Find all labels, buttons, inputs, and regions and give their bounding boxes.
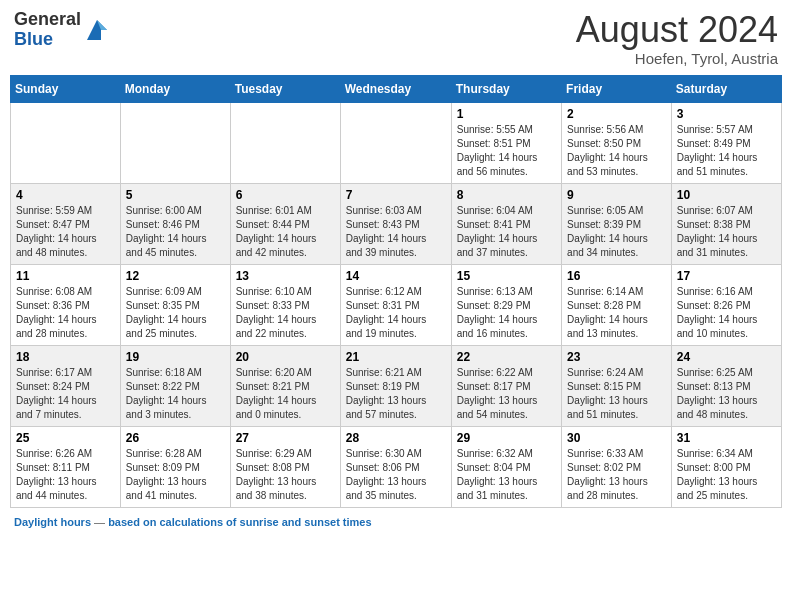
- day-info: Sunrise: 6:12 AMSunset: 8:31 PMDaylight:…: [346, 285, 446, 341]
- calendar-cell: 8Sunrise: 6:04 AMSunset: 8:41 PMDaylight…: [451, 183, 561, 264]
- calendar-cell: 1Sunrise: 5:55 AMSunset: 8:51 PMDaylight…: [451, 102, 561, 183]
- calendar-cell: 14Sunrise: 6:12 AMSunset: 8:31 PMDayligh…: [340, 264, 451, 345]
- day-info: Sunrise: 6:18 AMSunset: 8:22 PMDaylight:…: [126, 366, 225, 422]
- calendar-cell: [120, 102, 230, 183]
- calendar-cell: 20Sunrise: 6:20 AMSunset: 8:21 PMDayligh…: [230, 345, 340, 426]
- calendar-cell: 29Sunrise: 6:32 AMSunset: 8:04 PMDayligh…: [451, 426, 561, 507]
- day-number: 25: [16, 431, 115, 445]
- day-number: 3: [677, 107, 776, 121]
- day-info: Sunrise: 5:56 AMSunset: 8:50 PMDaylight:…: [567, 123, 666, 179]
- daylight-hours-label: Daylight hours: [14, 516, 91, 528]
- page-header: General Blue August 2024 Hoefen, Tyrol, …: [10, 10, 782, 67]
- calendar-cell: 31Sunrise: 6:34 AMSunset: 8:00 PMDayligh…: [671, 426, 781, 507]
- day-number: 17: [677, 269, 776, 283]
- calendar-cell: 12Sunrise: 6:09 AMSunset: 8:35 PMDayligh…: [120, 264, 230, 345]
- day-number: 30: [567, 431, 666, 445]
- day-info: Sunrise: 6:26 AMSunset: 8:11 PMDaylight:…: [16, 447, 115, 503]
- calendar-cell: 4Sunrise: 5:59 AMSunset: 8:47 PMDaylight…: [11, 183, 121, 264]
- day-info: Sunrise: 6:21 AMSunset: 8:19 PMDaylight:…: [346, 366, 446, 422]
- calendar-cell: 5Sunrise: 6:00 AMSunset: 8:46 PMDaylight…: [120, 183, 230, 264]
- weekday-header-friday: Friday: [562, 75, 672, 102]
- day-number: 24: [677, 350, 776, 364]
- day-number: 10: [677, 188, 776, 202]
- calendar-week-row: 4Sunrise: 5:59 AMSunset: 8:47 PMDaylight…: [11, 183, 782, 264]
- weekday-header-monday: Monday: [120, 75, 230, 102]
- day-info: Sunrise: 6:22 AMSunset: 8:17 PMDaylight:…: [457, 366, 556, 422]
- day-info: Sunrise: 6:32 AMSunset: 8:04 PMDaylight:…: [457, 447, 556, 503]
- day-number: 12: [126, 269, 225, 283]
- month-year-title: August 2024: [576, 10, 778, 50]
- day-number: 6: [236, 188, 335, 202]
- day-number: 23: [567, 350, 666, 364]
- calendar-week-row: 25Sunrise: 6:26 AMSunset: 8:11 PMDayligh…: [11, 426, 782, 507]
- footer-note: Daylight hours — based on calculations o…: [10, 516, 782, 528]
- calendar-cell: 2Sunrise: 5:56 AMSunset: 8:50 PMDaylight…: [562, 102, 672, 183]
- day-number: 29: [457, 431, 556, 445]
- calendar-cell: 25Sunrise: 6:26 AMSunset: 8:11 PMDayligh…: [11, 426, 121, 507]
- day-number: 1: [457, 107, 556, 121]
- day-number: 4: [16, 188, 115, 202]
- calendar-cell: 27Sunrise: 6:29 AMSunset: 8:08 PMDayligh…: [230, 426, 340, 507]
- calendar-cell: 9Sunrise: 6:05 AMSunset: 8:39 PMDaylight…: [562, 183, 672, 264]
- calendar-cell: 7Sunrise: 6:03 AMSunset: 8:43 PMDaylight…: [340, 183, 451, 264]
- calendar-cell: 17Sunrise: 6:16 AMSunset: 8:26 PMDayligh…: [671, 264, 781, 345]
- day-info: Sunrise: 6:07 AMSunset: 8:38 PMDaylight:…: [677, 204, 776, 260]
- day-info: Sunrise: 6:10 AMSunset: 8:33 PMDaylight:…: [236, 285, 335, 341]
- logo-blue-text: Blue: [14, 29, 53, 49]
- title-block: August 2024 Hoefen, Tyrol, Austria: [576, 10, 778, 67]
- day-number: 26: [126, 431, 225, 445]
- calendar-cell: 22Sunrise: 6:22 AMSunset: 8:17 PMDayligh…: [451, 345, 561, 426]
- day-info: Sunrise: 6:00 AMSunset: 8:46 PMDaylight:…: [126, 204, 225, 260]
- day-info: Sunrise: 6:28 AMSunset: 8:09 PMDaylight:…: [126, 447, 225, 503]
- day-info: Sunrise: 6:14 AMSunset: 8:28 PMDaylight:…: [567, 285, 666, 341]
- calendar-cell: 16Sunrise: 6:14 AMSunset: 8:28 PMDayligh…: [562, 264, 672, 345]
- day-info: Sunrise: 6:03 AMSunset: 8:43 PMDaylight:…: [346, 204, 446, 260]
- calendar-week-row: 11Sunrise: 6:08 AMSunset: 8:36 PMDayligh…: [11, 264, 782, 345]
- weekday-header-thursday: Thursday: [451, 75, 561, 102]
- logo-general-text: General: [14, 9, 81, 29]
- day-number: 9: [567, 188, 666, 202]
- day-info: Sunrise: 6:09 AMSunset: 8:35 PMDaylight:…: [126, 285, 225, 341]
- calendar-cell: 11Sunrise: 6:08 AMSunset: 8:36 PMDayligh…: [11, 264, 121, 345]
- day-info: Sunrise: 6:34 AMSunset: 8:00 PMDaylight:…: [677, 447, 776, 503]
- day-info: Sunrise: 6:30 AMSunset: 8:06 PMDaylight:…: [346, 447, 446, 503]
- logo: General Blue: [14, 10, 111, 50]
- weekday-header-saturday: Saturday: [671, 75, 781, 102]
- day-info: Sunrise: 6:08 AMSunset: 8:36 PMDaylight:…: [16, 285, 115, 341]
- day-info: Sunrise: 6:13 AMSunset: 8:29 PMDaylight:…: [457, 285, 556, 341]
- day-number: 27: [236, 431, 335, 445]
- location-subtitle: Hoefen, Tyrol, Austria: [576, 50, 778, 67]
- calendar-cell: 21Sunrise: 6:21 AMSunset: 8:19 PMDayligh…: [340, 345, 451, 426]
- weekday-header-wednesday: Wednesday: [340, 75, 451, 102]
- calendar-week-row: 1Sunrise: 5:55 AMSunset: 8:51 PMDaylight…: [11, 102, 782, 183]
- calendar-cell: [230, 102, 340, 183]
- logo-icon: [83, 16, 111, 44]
- calendar-cell: [340, 102, 451, 183]
- day-info: Sunrise: 6:17 AMSunset: 8:24 PMDaylight:…: [16, 366, 115, 422]
- calendar-cell: 18Sunrise: 6:17 AMSunset: 8:24 PMDayligh…: [11, 345, 121, 426]
- day-number: 28: [346, 431, 446, 445]
- calendar-cell: 3Sunrise: 5:57 AMSunset: 8:49 PMDaylight…: [671, 102, 781, 183]
- day-number: 21: [346, 350, 446, 364]
- day-info: Sunrise: 6:04 AMSunset: 8:41 PMDaylight:…: [457, 204, 556, 260]
- calendar-cell: 24Sunrise: 6:25 AMSunset: 8:13 PMDayligh…: [671, 345, 781, 426]
- day-number: 11: [16, 269, 115, 283]
- weekday-header-sunday: Sunday: [11, 75, 121, 102]
- calendar-table: SundayMondayTuesdayWednesdayThursdayFrid…: [10, 75, 782, 508]
- calendar-cell: 26Sunrise: 6:28 AMSunset: 8:09 PMDayligh…: [120, 426, 230, 507]
- calendar-cell: 13Sunrise: 6:10 AMSunset: 8:33 PMDayligh…: [230, 264, 340, 345]
- day-number: 15: [457, 269, 556, 283]
- day-number: 14: [346, 269, 446, 283]
- calendar-cell: 28Sunrise: 6:30 AMSunset: 8:06 PMDayligh…: [340, 426, 451, 507]
- day-number: 7: [346, 188, 446, 202]
- day-info: Sunrise: 6:25 AMSunset: 8:13 PMDaylight:…: [677, 366, 776, 422]
- day-number: 18: [16, 350, 115, 364]
- day-info: Sunrise: 5:57 AMSunset: 8:49 PMDaylight:…: [677, 123, 776, 179]
- day-number: 13: [236, 269, 335, 283]
- calendar-cell: 10Sunrise: 6:07 AMSunset: 8:38 PMDayligh…: [671, 183, 781, 264]
- day-info: Sunrise: 6:33 AMSunset: 8:02 PMDaylight:…: [567, 447, 666, 503]
- weekday-header-tuesday: Tuesday: [230, 75, 340, 102]
- day-info: Sunrise: 6:16 AMSunset: 8:26 PMDaylight:…: [677, 285, 776, 341]
- day-info: Sunrise: 6:20 AMSunset: 8:21 PMDaylight:…: [236, 366, 335, 422]
- calendar-cell: 19Sunrise: 6:18 AMSunset: 8:22 PMDayligh…: [120, 345, 230, 426]
